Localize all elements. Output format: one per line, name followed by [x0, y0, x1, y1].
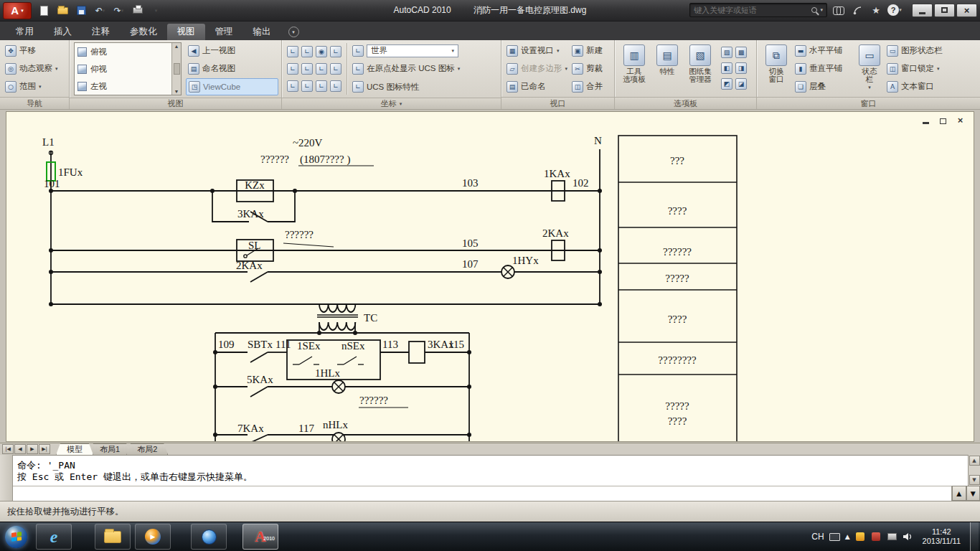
ucs-combo[interactable]: 世界▾: [367, 44, 458, 57]
show-desktop-button[interactable]: [970, 522, 979, 551]
panel-title-navigate[interactable]: 导航: [0, 97, 69, 109]
tile-horizontally-button[interactable]: ▬水平平铺: [793, 42, 854, 60]
taskbar-media-player-button[interactable]: ▶: [135, 524, 171, 550]
close-button[interactable]: ×: [956, 4, 977, 17]
help-search-input[interactable]: [694, 6, 809, 14]
taskbar-clock[interactable]: 11:42 2013/11/11: [918, 527, 965, 546]
contact-sbtx-blade[interactable]: [250, 352, 268, 362]
ucs-object-icon[interactable]: ∟: [330, 46, 341, 57]
text-window-button[interactable]: A文本窗口: [885, 78, 956, 95]
qat-customize-button[interactable]: ▾: [148, 4, 164, 18]
panel-title-viewports[interactable]: 视口: [501, 97, 614, 109]
quickcalc-palette-icon[interactable]: ◧: [721, 62, 732, 74]
minimize-button[interactable]: [912, 4, 933, 17]
ucs-world-small-icon[interactable]: ◉: [316, 46, 327, 57]
start-button[interactable]: [5, 526, 27, 548]
tab-model[interactable]: 模型: [56, 443, 93, 455]
ucs-icon[interactable]: ∟: [287, 46, 298, 57]
plot-button[interactable]: [129, 4, 146, 18]
ucs-z-axis-icon[interactable]: ∟: [330, 63, 341, 75]
tab-view[interactable]: 视图: [167, 24, 205, 40]
transformer-secondary-coil[interactable]: [319, 322, 355, 330]
previous-layout-button[interactable]: ◀: [14, 444, 26, 454]
visualstyles-palette-icon[interactable]: ◪: [735, 78, 747, 90]
contact-5kax-blade[interactable]: [250, 387, 268, 397]
redo-button[interactable]: ↷▾: [110, 4, 127, 18]
lights-palette-icon[interactable]: ◨: [735, 62, 747, 74]
document-minimize-button[interactable]: [920, 116, 931, 125]
tray-app-button-2[interactable]: [871, 532, 882, 542]
document-restore-button[interactable]: [938, 116, 948, 125]
undo-button[interactable]: ↶▾: [92, 4, 108, 18]
command-history-text[interactable]: 命令: '_PAN 按 Esc 或 Enter 键退出，或单击右键显示快捷菜单。: [13, 455, 968, 486]
create-polygonal-button[interactable]: ▱创建多边形▾: [504, 60, 570, 77]
zoom-extents-button[interactable]: ○范围▾: [3, 78, 66, 95]
tab-layout2[interactable]: 布局2: [126, 443, 168, 455]
viewport-config-button[interactable]: ▦设置视口▾: [504, 42, 570, 60]
ucs-3point-icon[interactable]: ∟: [287, 80, 298, 92]
named-viewports-button[interactable]: ▤已命名: [504, 78, 570, 95]
transformer-primary-coil[interactable]: [319, 304, 355, 312]
drawing-status-bar-button[interactable]: ▭图形状态栏: [885, 42, 956, 60]
new-button[interactable]: [36, 4, 52, 18]
command-input-grip[interactable]: [0, 486, 13, 501]
previous-view-button[interactable]: ◀上一视图: [186, 42, 278, 60]
show-ucs-origin-button[interactable]: ∟在原点处显示 UCS 图标▾: [350, 60, 498, 77]
show-hidden-icons-button[interactable]: ▲: [845, 533, 850, 540]
view-top-item[interactable]: 俯视: [75, 43, 171, 60]
document-close-button[interactable]: ×: [955, 116, 966, 125]
properties-palette-button[interactable]: ▤特性: [651, 42, 684, 95]
cascade-button[interactable]: ❏层叠: [793, 78, 854, 95]
volume-button[interactable]: [903, 532, 913, 542]
first-layout-button[interactable]: |◀: [2, 444, 14, 454]
panel-title-palettes[interactable]: 选项板: [615, 97, 756, 109]
ucs-view-icon[interactable]: ∟: [301, 63, 313, 75]
taskbar-ie-button[interactable]: e: [36, 524, 72, 550]
exchange-search-button[interactable]: [831, 3, 846, 17]
language-indicator[interactable]: CH: [811, 532, 824, 542]
printer-tray-button[interactable]: [887, 532, 897, 542]
open-button[interactable]: [55, 4, 71, 18]
panel-title-coordinates[interactable]: 坐标▾: [282, 98, 501, 109]
ucs-icon-properties-button[interactable]: ∟UCS 图标特性: [350, 78, 498, 95]
spinner-down-icon[interactable]: ▼: [966, 486, 980, 501]
viewcube-button[interactable]: ◳ViewCube: [186, 78, 278, 95]
tab-output[interactable]: 输出: [243, 24, 281, 40]
join-viewport-button[interactable]: ◫合并: [570, 78, 605, 95]
save-button[interactable]: [73, 4, 90, 18]
legend-table[interactable]: [618, 136, 737, 441]
status-bar-toggle-button[interactable]: ▭状态 栏▾: [854, 42, 885, 95]
ucs-face-icon[interactable]: ∟: [287, 63, 298, 75]
command-input[interactable]: [13, 486, 951, 501]
named-views-button[interactable]: ▤命名视图: [186, 60, 278, 77]
tab-annotate[interactable]: 注释: [82, 24, 120, 40]
communication-center-button[interactable]: [850, 3, 864, 17]
sheet-set-manager-button[interactable]: ▧图纸集 管理器: [684, 42, 717, 95]
view-left-item[interactable]: 左视: [75, 77, 171, 95]
last-layout-button[interactable]: ▶|: [39, 444, 50, 454]
minimize-ribbon-button[interactable]: ▾: [288, 27, 299, 37]
favorites-button[interactable]: ★: [869, 3, 883, 17]
materials-palette-icon[interactable]: ◩: [721, 78, 732, 90]
ucs-z-icon[interactable]: ∟: [330, 80, 341, 92]
markup-palette-icon[interactable]: ▩: [735, 47, 747, 58]
tab-layout1[interactable]: 布局1: [89, 443, 131, 455]
schematic-canvas[interactable]: L1 N ~220V ?????? (1807???? ) 1FUx 101 K…: [6, 112, 974, 441]
tab-home[interactable]: 常用: [6, 24, 44, 40]
coil-3kax[interactable]: [409, 342, 425, 363]
dbconnect-palette-icon[interactable]: ▨: [721, 47, 732, 58]
view-bottom-item[interactable]: 仰视: [75, 60, 171, 77]
command-window-grip[interactable]: [0, 455, 13, 486]
tab-insert[interactable]: 插入: [44, 24, 82, 40]
scrollbar-thumb[interactable]: [174, 63, 180, 75]
command-scrollbar[interactable]: ▲ ▼: [968, 455, 980, 486]
spinner-up-icon[interactable]: ▲: [952, 486, 966, 501]
window-lock-button[interactable]: ◫窗口锁定▾: [885, 60, 956, 77]
pan-button[interactable]: ✥平移: [3, 42, 66, 60]
panel-title-window[interactable]: 窗口: [757, 97, 980, 109]
new-viewport-button[interactable]: ▣新建: [570, 42, 605, 60]
ime-keyboard-button[interactable]: [829, 532, 840, 542]
tool-palettes-button[interactable]: ▥工具 选项板: [618, 42, 651, 95]
next-layout-button[interactable]: ▶: [27, 444, 38, 454]
ucs-previous-icon[interactable]: ∟: [301, 46, 313, 57]
